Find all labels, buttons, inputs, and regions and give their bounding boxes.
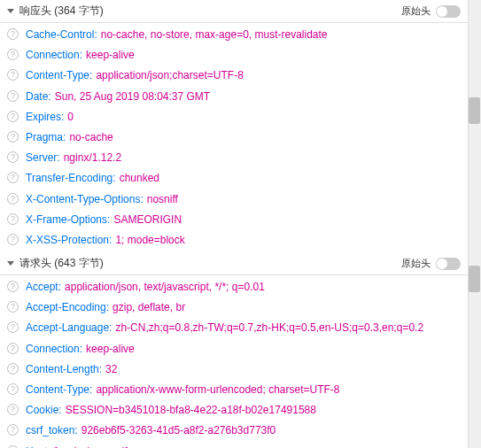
header-row: ?Expires:0: [0, 107, 468, 127]
header-value: fms.lvchengcaifu.com: [54, 445, 156, 448]
help-icon[interactable]: ?: [7, 424, 19, 436]
header-value: SAMEORIGIN: [113, 213, 182, 226]
request-section-title: 请求头 (643 字节): [19, 256, 104, 271]
help-icon[interactable]: ?: [7, 213, 19, 225]
header-name[interactable]: Accept: [26, 281, 58, 293]
help-icon[interactable]: ?: [7, 111, 19, 122]
help-icon[interactable]: ?: [7, 131, 19, 143]
header-text: Host:fms.lvchengcaifu.com: [26, 444, 156, 448]
colon: :: [106, 301, 109, 313]
header-name[interactable]: Content-Type: [26, 383, 89, 396]
response-section-title: 响应头 (364 字节): [19, 4, 104, 19]
response-headers-list: ?Cache-Control:no-cache, no-store, max-a…: [0, 23, 468, 252]
header-value: Sun, 25 Aug 2019 08:04:37 GMT: [55, 90, 210, 103]
request-headers-list: ?Accept:application/json, text/javascrip…: [0, 275, 468, 448]
header-row: ?Host:fms.lvchengcaifu.com: [0, 442, 468, 448]
scrollbar-thumb[interactable]: [469, 97, 480, 124]
headers-panel: 响应头 (364 字节) 原始头 ?Cache-Control:no-cache…: [0, 0, 468, 448]
raw-toggle-request[interactable]: [436, 258, 461, 270]
header-text: csrf_token:926eb6f5-3263-41d5-a8f2-a276b…: [26, 422, 275, 439]
help-icon[interactable]: ?: [7, 281, 19, 292]
header-name[interactable]: X-Frame-Options: [26, 213, 107, 226]
colon: :: [58, 404, 61, 416]
chevron-down-icon: [7, 261, 14, 266]
header-text: Expires:0: [26, 109, 74, 126]
help-icon[interactable]: ?: [7, 363, 19, 375]
header-text: Accept-Language:zh-CN,zh;q=0.8,zh-TW;q=0…: [26, 320, 423, 336]
header-name[interactable]: Accept-Language: [26, 321, 109, 334]
header-text: Accept-Encoding:gzip, deflate, br: [26, 299, 185, 316]
header-name[interactable]: Transfer-Encoding: [26, 172, 112, 184]
header-name[interactable]: Cookie: [26, 404, 58, 416]
header-name[interactable]: X-XSS-Protection: [26, 234, 109, 246]
header-name[interactable]: Connection: [26, 49, 80, 61]
header-text: Cookie:SESSION=b3451018-bfa8-4e22-a18f-b…: [26, 402, 316, 419]
header-name[interactable]: Expires: [26, 111, 61, 123]
colon: :: [140, 193, 143, 205]
colon: :: [61, 111, 64, 123]
header-value: chunked: [120, 172, 159, 184]
colon: :: [74, 424, 77, 436]
header-name[interactable]: Content-Length: [26, 363, 99, 375]
header-value: 32: [105, 363, 117, 375]
colon: :: [99, 363, 102, 375]
header-name[interactable]: Cache-Control: [26, 28, 94, 41]
scrollbar-thumb[interactable]: [469, 266, 480, 292]
header-row: ?Cache-Control:no-cache, no-store, max-a…: [0, 25, 468, 45]
help-icon[interactable]: ?: [7, 301, 19, 313]
help-icon[interactable]: ?: [7, 151, 19, 163]
header-value: application/x-www-form-urlencoded; chars…: [96, 383, 339, 396]
header-value: gzip, deflate, br: [112, 301, 185, 313]
header-row: ?X-Frame-Options:SAMEORIGIN: [0, 210, 468, 230]
help-icon[interactable]: ?: [7, 28, 19, 40]
help-icon[interactable]: ?: [7, 49, 19, 60]
header-row: ?Content-Type:application/x-www-form-url…: [0, 380, 468, 400]
header-name[interactable]: Date: [26, 90, 48, 103]
header-value: no-cache: [69, 131, 112, 143]
help-icon[interactable]: ?: [7, 404, 19, 415]
header-row: ?Content-Type:application/json;charset=U…: [0, 66, 468, 86]
header-row: ?Connection:keep-alive: [0, 45, 468, 66]
help-icon[interactable]: ?: [7, 343, 19, 354]
colon: :: [89, 69, 92, 81]
header-value: application/json;charset=UTF-8: [96, 69, 243, 81]
raw-headers-label: 原始头: [401, 257, 431, 270]
help-icon[interactable]: ?: [7, 172, 19, 183]
header-row: ?Content-Length:32: [0, 359, 468, 380]
header-row: ?Accept-Language:zh-CN,zh;q=0.8,zh-TW;q=…: [0, 318, 468, 338]
scrollbar-track[interactable]: [468, 0, 481, 448]
header-value: 926eb6f5-3263-41d5-a8f2-a276b3d773f0: [81, 424, 276, 436]
header-text: Transfer-Encoding:chunked: [26, 170, 159, 187]
header-value: zh-CN,zh;q=0.8,zh-TW;q=0.7,zh-HK;q=0.5,e…: [115, 321, 423, 334]
help-icon[interactable]: ?: [7, 321, 19, 333]
header-text: Accept:application/json, text/javascript…: [26, 279, 265, 296]
header-text: X-XSS-Protection:1; mode=block: [26, 232, 185, 249]
help-icon[interactable]: ?: [7, 193, 19, 205]
header-row: ?Pragma:no-cache: [0, 127, 468, 148]
header-name[interactable]: Content-Type: [26, 69, 89, 81]
help-icon[interactable]: ?: [7, 234, 19, 245]
colon: :: [112, 172, 115, 184]
help-icon[interactable]: ?: [7, 90, 19, 102]
help-icon[interactable]: ?: [7, 445, 19, 448]
header-row: ?Server:nginx/1.12.2: [0, 148, 468, 168]
help-icon[interactable]: ?: [7, 383, 19, 395]
header-row: ?Cookie:SESSION=b3451018-bfa8-4e22-a18f-…: [0, 400, 468, 421]
header-name[interactable]: X-Content-Type-Options: [26, 193, 140, 205]
header-name[interactable]: Host: [26, 445, 48, 448]
header-name[interactable]: csrf_token: [26, 424, 74, 436]
colon: :: [48, 445, 50, 448]
response-headers-section[interactable]: 响应头 (364 字节) 原始头: [0, 0, 468, 23]
raw-toggle-response[interactable]: [436, 5, 461, 18]
header-text: X-Frame-Options:SAMEORIGIN: [26, 212, 182, 228]
colon: :: [94, 28, 97, 41]
header-name[interactable]: Accept-Encoding: [26, 301, 106, 313]
header-text: Pragma:no-cache: [26, 129, 113, 146]
colon: :: [48, 90, 50, 103]
header-name[interactable]: Pragma: [26, 131, 63, 143]
help-icon[interactable]: ?: [7, 69, 19, 81]
header-name[interactable]: Connection: [26, 343, 80, 355]
header-value: keep-alive: [86, 343, 135, 355]
request-headers-section[interactable]: 请求头 (643 字节) 原始头: [0, 252, 468, 275]
header-name[interactable]: Server: [26, 151, 57, 164]
